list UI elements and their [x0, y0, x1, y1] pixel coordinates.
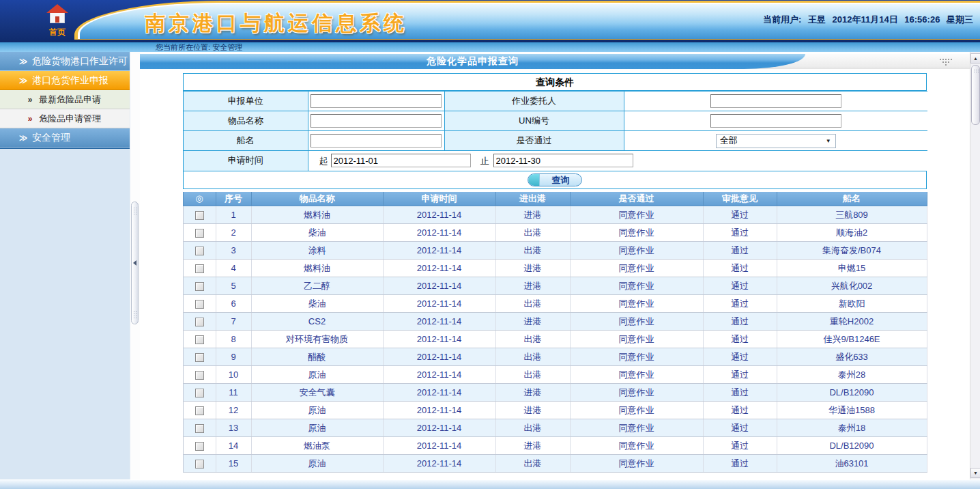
cell-port: 出港 — [495, 419, 570, 437]
row-checkbox[interactable] — [195, 353, 204, 362]
date-to-input[interactable] — [493, 154, 633, 167]
row-checkbox[interactable] — [195, 318, 204, 326]
cell-ship: 兴航化002 — [777, 277, 927, 295]
vertical-scrollbar[interactable]: ▲ ▼ — [970, 52, 980, 479]
ship-name-input[interactable] — [311, 134, 442, 148]
ship-link[interactable]: DL/B12090 — [829, 441, 874, 451]
row-checkbox[interactable] — [195, 371, 204, 380]
sidebar-splitter[interactable] — [130, 52, 140, 479]
ship-link[interactable]: 兴航化002 — [831, 281, 873, 291]
cell-opinion: 通过 — [703, 260, 777, 277]
row-checkbox[interactable] — [195, 282, 204, 291]
scrollbar-thumb[interactable] — [971, 65, 980, 125]
item-link[interactable]: 柴油 — [308, 298, 326, 309]
cell-date: 2012-11-14 — [383, 242, 495, 260]
sidebar-item-port-danger-declare[interactable]: ≫ 港口危货作业申报 — [0, 71, 130, 90]
item-link[interactable]: 原油 — [308, 423, 326, 433]
cell-date: 2012-11-14 — [383, 455, 495, 473]
sidebar-item-safety-manage[interactable]: ≫ 安全管理 — [0, 128, 130, 148]
cell-no: 13 — [216, 419, 251, 437]
sidebar-item-label: 港口危货作业申报 — [32, 74, 109, 87]
cell-date: 2012-11-14 — [383, 402, 495, 419]
scroll-down-icon[interactable]: ▼ — [970, 468, 980, 478]
item-link[interactable]: 乙二醇 — [304, 281, 330, 291]
item-link[interactable]: 燃油泵 — [304, 441, 330, 451]
consignor-label: 作业委托人 — [444, 92, 624, 111]
sidebar-item-latest-danger-apply[interactable]: » 最新危险品申请 — [0, 90, 130, 109]
item-link[interactable]: 原油 — [308, 405, 326, 415]
ship-link[interactable]: 新欧阳 — [839, 298, 865, 309]
item-link[interactable]: 对环境有害物质 — [286, 334, 348, 344]
is-passed-select[interactable]: 全部 ▼ — [716, 134, 836, 148]
row-checkbox[interactable] — [195, 247, 204, 255]
collapse-handle[interactable] — [131, 201, 139, 324]
cell-item: 原油 — [251, 366, 383, 384]
item-link[interactable]: 原油 — [308, 369, 326, 380]
row-checkbox[interactable] — [195, 300, 204, 309]
sidebar: ≫ 危险货物港口作业许可 ≫ 港口危货作业申报 » 最新危险品申请 » 危险品申… — [0, 52, 130, 479]
table-row: 7CS22012-11-14进港同意作业通过重轮H2002 — [183, 313, 927, 331]
row-checkbox[interactable] — [195, 406, 204, 415]
collapse-left-icon — [133, 260, 136, 266]
cell-pass: 同意作业 — [570, 206, 703, 224]
cell-no: 15 — [216, 455, 251, 473]
item-link[interactable]: 燃料油 — [304, 210, 330, 220]
cell-no: 7 — [216, 313, 251, 331]
row-checkbox[interactable] — [195, 211, 204, 220]
item-name-input[interactable] — [311, 114, 442, 128]
sidebar-item-danger-apply-manage[interactable]: » 危险品申请管理 — [0, 109, 130, 128]
ship-link[interactable]: 盛化633 — [835, 352, 868, 362]
ship-link[interactable]: 佳兴9/B1246E — [823, 334, 880, 344]
item-link[interactable]: 醋酸 — [308, 352, 326, 362]
ship-link[interactable]: 泰州28 — [838, 369, 865, 380]
cell-pass: 同意作业 — [570, 260, 703, 277]
col-header-item: 物品名称 — [251, 192, 383, 206]
cell-no: 3 — [216, 242, 251, 260]
query-conditions-box: 查询条件 申报单位 作业委托人 物品名称 UN编号 船名 — [183, 73, 927, 189]
cell-no: 4 — [216, 260, 251, 277]
row-checkbox[interactable] — [195, 264, 204, 273]
ship-link[interactable]: 三航809 — [835, 210, 868, 220]
menu-arrow-icon: ≫ — [18, 57, 29, 66]
item-link[interactable]: CS2 — [308, 316, 326, 326]
select-all-icon[interactable]: ◎ — [183, 192, 216, 206]
item-link[interactable]: 燃料油 — [304, 263, 330, 273]
item-link[interactable]: 原油 — [308, 458, 326, 469]
item-link[interactable]: 安全气囊 — [300, 387, 335, 397]
ship-link[interactable]: 申燃15 — [838, 263, 865, 273]
declare-unit-input[interactable] — [311, 94, 442, 108]
ship-link[interactable]: DL/B12090 — [829, 387, 874, 397]
cell-ship: 集海奋发/B074 — [777, 242, 927, 260]
row-checkbox[interactable] — [195, 335, 204, 344]
row-checkbox[interactable] — [195, 460, 204, 469]
row-checkbox[interactable] — [195, 442, 204, 451]
row-checkbox[interactable] — [195, 389, 204, 397]
date-from-input[interactable] — [331, 154, 471, 167]
ship-link[interactable]: 顺海油2 — [836, 227, 867, 238]
consignor-input[interactable] — [710, 94, 841, 108]
un-number-input[interactable] — [710, 114, 841, 128]
ship-link[interactable]: 泰州18 — [838, 423, 865, 433]
item-link[interactable]: 柴油 — [308, 227, 326, 238]
ship-link[interactable]: 重轮H2002 — [830, 316, 874, 326]
home-button[interactable]: 首页 — [40, 4, 75, 38]
ship-link[interactable]: 油63101 — [835, 458, 868, 469]
cell-port: 出港 — [495, 224, 570, 242]
app-header: 南京港口与航运信息系统 当前用户: 王昱 2012年11月14日 16:56:2… — [0, 0, 980, 42]
cell-date: 2012-11-14 — [383, 224, 495, 242]
panel-grip-icon[interactable] — [940, 59, 952, 66]
table-row: 5乙二醇2012-11-14进港同意作业通过兴航化002 — [183, 277, 927, 295]
col-header-ship: 船名 — [777, 192, 927, 206]
cell-ship: 泰州28 — [777, 366, 927, 384]
row-checkbox[interactable] — [195, 424, 204, 433]
row-select-cell — [183, 295, 216, 313]
sidebar-item-dangerous-cargo-permit[interactable]: ≫ 危险货物港口作业许可 — [0, 52, 130, 71]
cell-pass: 同意作业 — [570, 437, 703, 455]
row-checkbox[interactable] — [195, 229, 204, 238]
search-button[interactable]: 查询 — [528, 173, 582, 186]
page-title: 危险化学品申报查询 — [427, 55, 519, 68]
ship-link[interactable]: 集海奋发/B074 — [822, 245, 881, 255]
item-link[interactable]: 涂料 — [308, 245, 326, 255]
scroll-up-icon[interactable]: ▲ — [970, 53, 980, 64]
ship-link[interactable]: 华通油1588 — [828, 405, 875, 415]
